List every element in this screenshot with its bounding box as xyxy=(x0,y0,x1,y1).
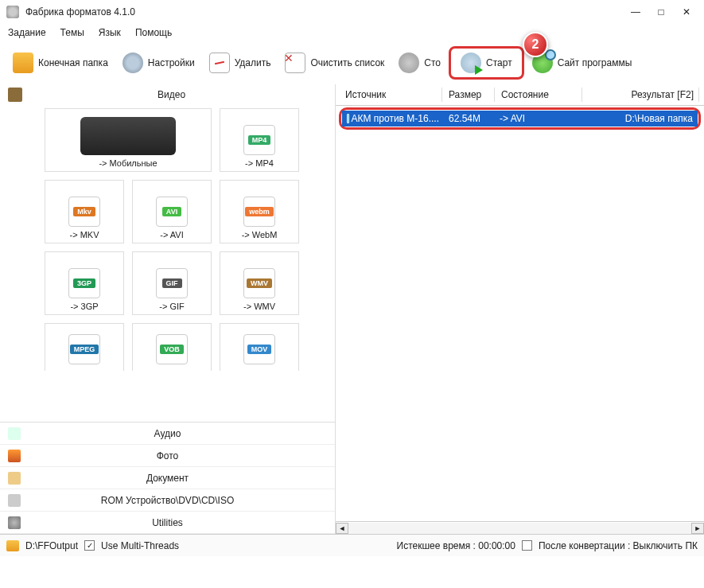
folder-icon[interactable] xyxy=(6,540,19,551)
category-audio[interactable]: Аудио xyxy=(0,423,335,445)
webm-icon: webm xyxy=(243,197,275,227)
format-tile-mkv[interactable]: Mkv -> MKV xyxy=(45,180,124,243)
format-tile-mp4[interactable]: MP4 -> MP4 xyxy=(220,108,299,172)
table-row[interactable]: АКМ против M-16.... 62.54M -> AVI D:\Нов… xyxy=(342,111,698,127)
format-tile-mobile[interactable]: -> Мобильные xyxy=(45,108,212,172)
format-label: -> WebM xyxy=(242,230,278,239)
cell-size: 62.54M xyxy=(444,111,495,126)
cell-result: D:\Новая папка xyxy=(581,111,698,126)
scroll-left-button[interactable]: ◄ xyxy=(336,523,348,534)
start-label: Старт xyxy=(486,57,512,68)
titlebar: Фабрика форматов 4.1.0 — □ ✕ xyxy=(0,0,704,24)
minimize-button[interactable]: — xyxy=(624,4,647,20)
delete-icon xyxy=(209,53,230,73)
window-title: Фабрика форматов 4.1.0 xyxy=(25,6,621,18)
multithreads-label: Use Multi-Threads xyxy=(101,540,179,551)
format-tile-mov[interactable]: MOV xyxy=(220,323,299,371)
category-label: Фото xyxy=(8,450,327,461)
cell-state: -> AVI xyxy=(495,111,581,126)
format-tile-wmv[interactable]: WMV -> WMV xyxy=(220,251,299,315)
avi-icon: AVI xyxy=(156,197,188,227)
category-list: Аудио Фото Документ ROM Устройство\DVD\C… xyxy=(0,422,335,534)
col-state[interactable]: Состояние xyxy=(496,88,582,102)
category-utilities[interactable]: Utilities xyxy=(0,512,335,534)
format-label: -> MKV xyxy=(70,230,99,239)
clear-list-button[interactable]: Очистить список xyxy=(278,49,391,76)
clear-icon xyxy=(285,53,305,73)
app-icon xyxy=(6,6,19,18)
cell-source: АКМ против M-16.... xyxy=(342,111,444,126)
format-label: -> GIF xyxy=(159,302,184,311)
format-tile-gif[interactable]: GIF -> GIF xyxy=(132,251,212,315)
start-button-highlight: Старт xyxy=(449,46,524,80)
menubar: Задание Темы Язык Помощь xyxy=(0,24,704,41)
scroll-track[interactable] xyxy=(348,523,691,534)
col-result[interactable]: Результат [F2] xyxy=(584,88,699,102)
col-size[interactable]: Размер xyxy=(444,88,495,102)
format-grid: -> Мобильные MP4 -> MP4 Mkv -> MKV AVI -… xyxy=(0,105,335,422)
category-photo[interactable]: Фото xyxy=(0,445,335,467)
after-convert-label: После конвертации : Выключить ПК xyxy=(539,540,698,551)
format-label: -> Мобильные xyxy=(99,158,157,168)
website-label: Сайт программы xyxy=(558,57,632,68)
format-label: -> MP4 xyxy=(245,158,274,168)
3gp-icon: 3GP xyxy=(68,268,100,298)
gear-icon xyxy=(123,53,143,73)
mpeg-icon: MPEG xyxy=(68,334,100,364)
close-button[interactable]: ✕ xyxy=(675,4,698,20)
format-label: -> 3GP xyxy=(70,302,98,311)
format-tile-mpeg[interactable]: MPEG xyxy=(45,323,124,371)
category-label: ROM Устройство\DVD\CD\ISO xyxy=(8,495,327,506)
stop-button[interactable]: Сто xyxy=(392,49,447,76)
menu-language[interactable]: Язык xyxy=(99,27,121,38)
format-label: -> AVI xyxy=(160,230,183,239)
mov-icon: MOV xyxy=(243,334,275,364)
multithreads-checkbox[interactable]: ✓ xyxy=(84,540,95,551)
video-category-header[interactable]: Видео xyxy=(0,84,335,105)
video-header-label: Видео xyxy=(158,89,185,100)
mkv-icon: Mkv xyxy=(68,197,100,227)
mobile-devices-icon xyxy=(80,117,176,155)
category-label: Документ xyxy=(8,473,327,484)
left-panel: Видео -> Мобильные MP4 -> MP4 Mkv -> MKV xyxy=(0,84,336,534)
video-reel-icon xyxy=(8,88,22,102)
folder-icon xyxy=(13,53,33,73)
task-row-highlight: АКМ против M-16.... 62.54M -> AVI D:\Нов… xyxy=(339,107,701,130)
category-label: Аудио xyxy=(8,428,327,439)
menu-help[interactable]: Помощь xyxy=(135,27,172,38)
elapsed-time: Истекшее время : 00:00:00 xyxy=(397,540,515,551)
stop-icon xyxy=(399,53,419,73)
delete-label: Удалить xyxy=(235,57,271,68)
gif-icon: GIF xyxy=(156,268,188,298)
settings-label: Настройки xyxy=(148,57,195,68)
maximize-button[interactable]: □ xyxy=(650,4,672,20)
output-path[interactable]: D:\FFOutput xyxy=(25,540,78,551)
format-label: -> WMV xyxy=(243,302,275,311)
statusbar: D:\FFOutput ✓ Use Multi-Threads Истекшее… xyxy=(0,534,704,556)
delete-button[interactable]: Удалить xyxy=(203,49,278,76)
mp4-icon: MP4 xyxy=(243,125,275,155)
menu-themes[interactable]: Темы xyxy=(60,27,84,38)
stop-label: Сто xyxy=(424,57,441,68)
menu-task[interactable]: Задание xyxy=(8,27,46,38)
format-tile-avi[interactable]: AVI -> AVI xyxy=(132,180,212,243)
output-folder-label: Конечная папка xyxy=(38,57,108,68)
after-convert-checkbox[interactable] xyxy=(522,540,532,551)
col-source[interactable]: Источник xyxy=(340,88,442,102)
output-folder-button[interactable]: Конечная папка xyxy=(6,49,115,76)
scroll-right-button[interactable]: ► xyxy=(691,523,704,534)
right-panel: Источник Размер Состояние Результат [F2]… xyxy=(336,84,704,534)
format-tile-vob[interactable]: VOB xyxy=(132,323,212,371)
format-tile-webm[interactable]: webm -> WebM xyxy=(220,180,299,243)
table-header: Источник Размер Состояние Результат [F2] xyxy=(336,84,704,106)
category-document[interactable]: Документ xyxy=(0,467,335,489)
category-label: Utilities xyxy=(8,517,327,528)
video-file-icon xyxy=(347,114,349,123)
settings-button[interactable]: Настройки xyxy=(116,49,201,76)
format-tile-3gp[interactable]: 3GP -> 3GP xyxy=(45,251,124,315)
horizontal-scrollbar[interactable]: ◄ ► xyxy=(336,521,704,534)
main-content: Видео -> Мобильные MP4 -> MP4 Mkv -> MKV xyxy=(0,84,704,534)
category-rom[interactable]: ROM Устройство\DVD\CD\ISO xyxy=(0,489,335,512)
start-button[interactable]: Старт xyxy=(454,49,519,76)
toolbar: Конечная папка Настройки Удалить Очистит… xyxy=(0,41,704,84)
